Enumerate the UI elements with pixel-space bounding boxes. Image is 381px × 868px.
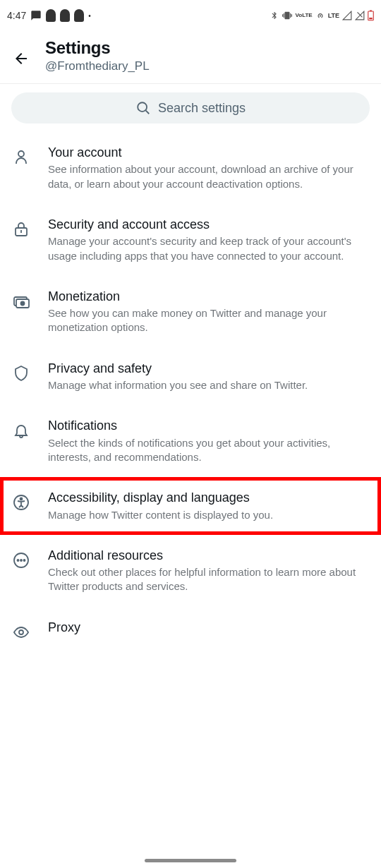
status-right: VoLTE LTE [270, 10, 375, 21]
settings-item-your-account[interactable]: Your account See information about your … [0, 132, 381, 204]
item-desc: Check out other places for helpful infor… [48, 565, 368, 594]
item-desc: See information about your account, down… [48, 162, 368, 191]
item-content: Security and account access Manage your … [48, 217, 368, 263]
item-content: Privacy and safety Manage what informati… [48, 361, 368, 393]
signal-icon [342, 11, 352, 20]
search-input[interactable]: Search settings [11, 92, 370, 123]
snapchat-icon [60, 9, 70, 22]
svg-point-12 [20, 498, 23, 500]
item-content: Proxy [48, 620, 368, 636]
item-content: Your account See information about your … [48, 145, 368, 191]
svg-point-17 [19, 630, 23, 634]
item-title: Additional resources [48, 548, 368, 564]
vibrate-icon [282, 11, 293, 20]
back-button[interactable] [13, 50, 30, 67]
signal-icon-2 [355, 11, 365, 20]
clock-text: 4:47 [7, 10, 26, 21]
lte-label: LTE [328, 12, 339, 19]
item-title: Your account [48, 145, 368, 161]
page-subtitle: @Fromthediary_PL [45, 59, 150, 73]
header-text: Settings @Fromthediary_PL [45, 38, 150, 73]
money-icon [13, 293, 30, 310]
bell-icon [13, 422, 30, 439]
svg-point-5 [18, 151, 24, 157]
search-container: Search settings [0, 84, 381, 132]
home-indicator[interactable] [145, 859, 236, 862]
item-content: Accessibility, display and languages Man… [48, 490, 368, 522]
more-circle-icon [13, 552, 30, 569]
svg-line-4 [146, 111, 150, 114]
settings-item-privacy[interactable]: Privacy and safety Manage what informati… [0, 348, 381, 406]
item-title: Proxy [48, 620, 368, 636]
svg-rect-2 [369, 18, 373, 19]
search-placeholder: Search settings [158, 101, 246, 116]
item-content: Additional resources Check out other pla… [48, 548, 368, 594]
search-icon [135, 100, 151, 116]
item-content: Monetization See how you can make money … [48, 289, 368, 335]
message-icon [30, 10, 42, 21]
item-title: Accessibility, display and languages [48, 490, 368, 506]
svg-point-15 [20, 560, 22, 561]
settings-item-accessibility[interactable]: Accessibility, display and languages Man… [0, 477, 381, 535]
item-content: Notifications Select the kinds of notifi… [48, 418, 368, 464]
svg-point-10 [21, 301, 25, 305]
bluetooth-icon [270, 11, 279, 20]
dot-indicator: • [88, 12, 91, 20]
svg-point-16 [24, 560, 25, 561]
settings-item-security[interactable]: Security and account access Manage your … [0, 204, 381, 276]
header: Settings @Fromthediary_PL [0, 31, 381, 84]
item-desc: Manage what information you see and shar… [48, 378, 368, 392]
svg-point-14 [18, 560, 19, 561]
shield-icon [13, 365, 30, 382]
settings-item-monetization[interactable]: Monetization See how you can make money … [0, 276, 381, 348]
settings-item-notifications[interactable]: Notifications Select the kinds of notifi… [0, 405, 381, 477]
lock-icon [13, 221, 30, 238]
person-icon [13, 149, 30, 166]
hotspot-icon [315, 11, 325, 20]
item-desc: Manage how Twitter content is displayed … [48, 508, 368, 522]
svg-rect-1 [370, 11, 372, 12]
item-desc: Manage your account's security and keep … [48, 234, 368, 263]
snapchat-icon [46, 9, 56, 22]
item-desc: See how you can make money on Twitter an… [48, 306, 368, 335]
battery-icon [368, 10, 374, 21]
volte-label: VoLTE [296, 13, 313, 18]
settings-item-proxy[interactable]: Proxy [0, 607, 381, 653]
item-title: Monetization [48, 289, 368, 305]
snapchat-icon [74, 9, 84, 22]
item-title: Notifications [48, 418, 368, 434]
item-title: Security and account access [48, 217, 368, 233]
settings-list: Your account See information about your … [0, 132, 381, 653]
svg-point-3 [138, 102, 147, 111]
page-title: Settings [45, 38, 150, 58]
status-left: 4:47 • [7, 9, 91, 22]
item-title: Privacy and safety [48, 361, 368, 377]
eye-icon [13, 624, 30, 641]
accessibility-icon [13, 494, 30, 511]
item-desc: Select the kinds of notifications you ge… [48, 436, 368, 465]
status-bar: 4:47 • VoLTE LTE [0, 0, 381, 31]
settings-item-additional-resources[interactable]: Additional resources Check out other pla… [0, 535, 381, 607]
